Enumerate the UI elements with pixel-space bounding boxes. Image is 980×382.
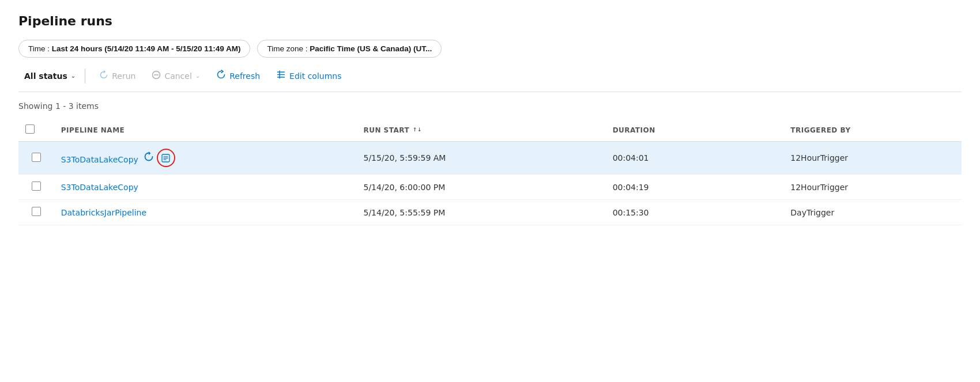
cancel-button[interactable]: Cancel ⌄ — [145, 67, 207, 85]
cancel-icon — [152, 70, 161, 82]
timezone-filter-label: Time zone : — [267, 44, 310, 53]
row-triggered-by: 12HourTrigger — [783, 175, 962, 200]
refresh-icon — [216, 70, 226, 82]
row-checkbox-cell — [18, 200, 54, 225]
row-triggered-by: DayTrigger — [783, 200, 962, 225]
cancel-label: Cancel — [164, 71, 191, 81]
edit-columns-icon — [276, 70, 286, 82]
pipeline-name-link[interactable]: S3ToDataLakeCopy — [61, 155, 138, 164]
activity-runs-button[interactable] — [157, 149, 175, 167]
row-checkbox-cell — [18, 142, 54, 175]
refresh-button[interactable]: Refresh — [209, 67, 267, 85]
row-checkbox-cell — [18, 175, 54, 200]
rerun-icon — [99, 70, 108, 82]
header-run-start[interactable]: Run Start ↑↓ — [356, 119, 605, 142]
header-checkbox-cell — [18, 119, 54, 142]
pipeline-actions — [143, 149, 175, 167]
header-pipeline-name: Pipeline Name — [54, 119, 357, 142]
cancel-chevron-icon: ⌄ — [195, 73, 200, 79]
row-rerun-icon[interactable] — [143, 151, 154, 165]
row-run-start: 5/14/20, 6:00:00 PM — [356, 175, 605, 200]
svg-marker-0 — [104, 70, 105, 73]
status-label: All status — [24, 71, 67, 81]
page-container: Pipeline runs Time : Last 24 hours (5/14… — [0, 0, 980, 382]
row-triggered-by: 12HourTrigger — [783, 142, 962, 175]
edit-columns-label: Edit columns — [289, 71, 341, 81]
edit-columns-button[interactable]: Edit columns — [269, 67, 348, 85]
header-triggered-by: Triggered By — [783, 119, 962, 142]
row-pipeline-name: S3ToDataLakeCopy — [54, 175, 357, 200]
chevron-down-icon: ⌄ — [71, 73, 76, 79]
timezone-filter-value: Pacific Time (US & Canada) (UT... — [310, 44, 432, 53]
header-duration: Duration — [606, 119, 784, 142]
rerun-button[interactable]: Rerun — [92, 67, 142, 85]
pipeline-name-link[interactable]: DatabricksJarPipeline — [61, 208, 146, 217]
table-row[interactable]: DatabricksJarPipeline5/14/20, 5:55:59 PM… — [18, 200, 962, 225]
pipeline-runs-table: Pipeline Name Run Start ↑↓ Duration Trig… — [18, 119, 962, 225]
row-checkbox[interactable] — [32, 153, 41, 162]
filter-bar: Time : Last 24 hours (5/14/20 11:49 AM -… — [18, 40, 962, 58]
toolbar: All status ⌄ Rerun Cancel — [18, 67, 962, 92]
sort-icon: ↑↓ — [413, 127, 422, 133]
row-checkbox[interactable] — [32, 207, 41, 216]
row-duration: 00:04:01 — [606, 142, 784, 175]
header-checkbox[interactable] — [25, 124, 35, 134]
rerun-label: Rerun — [112, 71, 135, 81]
row-pipeline-name: DatabricksJarPipeline — [54, 200, 357, 225]
showing-count: Showing 1 - 3 items — [18, 101, 962, 111]
row-pipeline-name: S3ToDataLakeCopy — [54, 142, 357, 175]
timezone-filter-pill[interactable]: Time zone : Pacific Time (US & Canada) (… — [257, 40, 442, 58]
time-filter-label: Time : — [28, 44, 52, 53]
row-duration: 00:15:30 — [606, 200, 784, 225]
refresh-label: Refresh — [229, 71, 260, 81]
time-filter-pill[interactable]: Time : Last 24 hours (5/14/20 11:49 AM -… — [18, 40, 250, 58]
svg-marker-7 — [149, 152, 151, 155]
page-title: Pipeline runs — [18, 14, 962, 28]
time-filter-value: Last 24 hours (5/14/20 11:49 AM - 5/15/2… — [52, 44, 241, 53]
table-header-row: Pipeline Name Run Start ↑↓ Duration Trig… — [18, 119, 962, 142]
pipeline-name-link[interactable]: S3ToDataLakeCopy — [61, 183, 138, 192]
table-row[interactable]: S3ToDataLakeCopy 5/15/20, 5:59:59 AM00:0… — [18, 142, 962, 175]
table-row[interactable]: S3ToDataLakeCopy5/14/20, 6:00:00 PM00:04… — [18, 175, 962, 200]
row-run-start: 5/14/20, 5:55:59 PM — [356, 200, 605, 225]
row-run-start: 5/15/20, 5:59:59 AM — [356, 142, 605, 175]
row-duration: 00:04:19 — [606, 175, 784, 200]
status-dropdown[interactable]: All status ⌄ — [18, 69, 85, 84]
row-checkbox[interactable] — [32, 181, 41, 191]
activity-runs-wrapper — [157, 149, 175, 167]
